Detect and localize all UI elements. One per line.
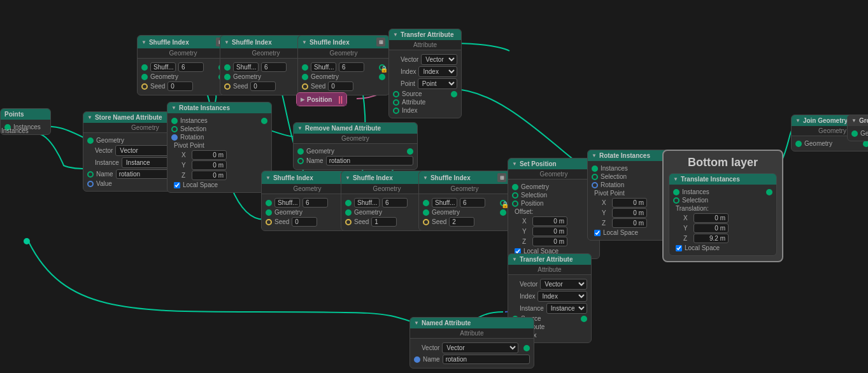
setpos-collapse[interactable]: ▼ bbox=[512, 161, 517, 167]
shuffle2-seed-label: Seed bbox=[233, 83, 248, 90]
translate-node: ▼ Translate Instances Instances Selectio… bbox=[669, 173, 777, 256]
tr-z-row: Z 9.2 m bbox=[683, 234, 772, 243]
rotate1-collapse[interactable]: ▼ bbox=[171, 105, 176, 111]
tr-translation-label-row: Translation: bbox=[673, 205, 772, 212]
join-collapse[interactable]: ▼ bbox=[795, 118, 800, 123]
t1-point-label: Point bbox=[393, 80, 415, 87]
tr-xyz: X 0 m Y 0 m Z 9.2 m bbox=[683, 213, 772, 243]
transfer2-collapse[interactable]: ▼ bbox=[512, 257, 517, 262]
store-value-label: Value bbox=[96, 180, 112, 187]
shuffle4-geo-in bbox=[266, 209, 272, 216]
store-collapse[interactable]: ▼ bbox=[87, 115, 92, 120]
r1-z-input[interactable]: 0 m bbox=[192, 171, 227, 180]
shuffle4-seed[interactable] bbox=[292, 217, 317, 227]
named-name-input[interactable]: rotation bbox=[443, 355, 530, 364]
shuffle3-num[interactable] bbox=[339, 62, 364, 72]
shuffle1-num[interactable] bbox=[178, 62, 204, 72]
named-collapse[interactable]: ▼ bbox=[414, 320, 419, 326]
shuffle1-sub: Geometry bbox=[138, 48, 229, 59]
sp-position-label: Position bbox=[521, 200, 544, 207]
remove-body: Geometry Name rotation bbox=[294, 144, 417, 169]
setpos-title: Set Position bbox=[520, 160, 595, 167]
rotate1-header: ▼ Rotate Instances bbox=[167, 102, 271, 113]
sp-x-label: X bbox=[522, 218, 530, 225]
t1-attr-label: Attribute bbox=[402, 99, 425, 106]
r1-rotation-row: Rotation bbox=[171, 134, 267, 141]
r2-x-input[interactable]: 0 m bbox=[612, 198, 647, 208]
shuffle4-header: ▼ Shuffle Index ⊞ bbox=[262, 171, 353, 184]
shuffle3-seed[interactable]: 0 bbox=[328, 81, 353, 91]
shuffle6-seed-label: Seed bbox=[432, 218, 446, 225]
shuffle3-node: ▼ Shuffle Index ⊞ Geometry Shuff... 🔒 Ge… bbox=[297, 35, 390, 95]
t1-index2-label: Index bbox=[402, 107, 417, 114]
shuffle1-body: Shuff... 🔒 Geometry Seed 0 bbox=[138, 59, 229, 95]
t2-vector-select[interactable]: Vector bbox=[540, 279, 587, 290]
r2-local-check[interactable] bbox=[594, 230, 601, 236]
sp-z-input[interactable] bbox=[532, 237, 567, 246]
shuffle6-node: ▼ Shuffle Index ⊞ Geometry Shuff... 🔒 Ge… bbox=[418, 171, 511, 231]
r1-local-check[interactable] bbox=[174, 182, 180, 188]
tr-y-input[interactable]: 0 m bbox=[694, 223, 729, 233]
shuffle6-seed[interactable]: 2 bbox=[449, 217, 474, 227]
shuffle6-geo-label: Geometry bbox=[432, 209, 460, 216]
shuffle5-collapse[interactable]: ▼ bbox=[345, 175, 350, 181]
r1-x-input[interactable]: 0 m bbox=[192, 150, 227, 160]
sp-y-label: Y bbox=[522, 228, 530, 235]
tr-z-input[interactable]: 9.2 m bbox=[694, 234, 729, 243]
r2-z-input[interactable]: 0 m bbox=[612, 218, 647, 228]
shuffle5-seed[interactable]: 1 bbox=[371, 217, 397, 227]
setpos-header: ▼ Set Position bbox=[508, 158, 599, 169]
remove-name-row: Name rotation bbox=[297, 156, 413, 165]
shuffle6-body: Shuff... 🔒 Geometry Seed 2 bbox=[419, 194, 510, 230]
position-node: ▶ Position || bbox=[296, 92, 347, 106]
shuffle3-lock: 🔒 bbox=[379, 64, 385, 71]
transfer1-collapse[interactable]: ▼ bbox=[393, 32, 398, 38]
remove-name-socket bbox=[297, 158, 304, 164]
shuffle6-seed-socket bbox=[423, 219, 429, 225]
transfer2-header: ▼ Transfer Attribute bbox=[508, 254, 591, 265]
shuffle2-num[interactable] bbox=[261, 62, 287, 72]
position-collapse[interactable]: ▶ bbox=[301, 97, 304, 102]
sp-geo-row: Geometry bbox=[512, 183, 595, 190]
sp-x-input[interactable] bbox=[532, 216, 567, 226]
t1-point-select[interactable]: Point bbox=[418, 78, 457, 89]
rotate2-collapse[interactable]: ▼ bbox=[592, 153, 597, 158]
t1-vector-select[interactable]: Vector bbox=[421, 54, 457, 65]
remove-header: ▼ Remove Named Attribute bbox=[294, 123, 417, 134]
shuffle2-seed[interactable]: 0 bbox=[250, 81, 276, 91]
tr-translation-label: Translation: bbox=[673, 205, 709, 212]
r2-y-input[interactable]: 0 m bbox=[612, 208, 647, 218]
shuffle5-num[interactable] bbox=[382, 198, 408, 208]
shuffle6-geo-row: Shuff... 🔒 bbox=[423, 198, 506, 208]
sp-xyz: X Y Z bbox=[522, 216, 595, 246]
shuffle3-seed-socket bbox=[302, 83, 308, 90]
r1-y-input[interactable]: 0 m bbox=[192, 160, 227, 170]
remove-name-input[interactable]: rotation bbox=[326, 156, 413, 165]
named-vector-out bbox=[523, 345, 530, 351]
shuffle2-geo2: Geometry bbox=[224, 73, 308, 80]
translate-collapse[interactable]: ▼ bbox=[673, 176, 678, 182]
shuffle1-seed[interactable]: 0 bbox=[167, 81, 193, 91]
tr-x-input[interactable]: 0 m bbox=[694, 213, 729, 223]
join-geo-out bbox=[863, 141, 868, 147]
named-vector-select[interactable]: Vector bbox=[442, 342, 518, 353]
t2-index-select[interactable]: Index bbox=[537, 291, 587, 302]
remove-collapse[interactable]: ▼ bbox=[297, 125, 302, 131]
group-collapse[interactable]: ▼ bbox=[851, 118, 857, 123]
shuffle4-num[interactable] bbox=[302, 198, 328, 208]
sp-y-input[interactable] bbox=[532, 227, 567, 236]
tr-instances-out bbox=[766, 189, 772, 195]
shuffle3-collapse[interactable]: ▼ bbox=[302, 39, 307, 45]
t1-index-select[interactable]: Index bbox=[418, 66, 457, 77]
shuffle3-geo-in bbox=[302, 74, 308, 80]
shuffle6-num[interactable] bbox=[460, 198, 485, 208]
shuffle2-collapse[interactable]: ▼ bbox=[224, 39, 229, 45]
shuffle1-collapse[interactable]: ▼ bbox=[141, 39, 146, 45]
tr-local-check[interactable] bbox=[676, 245, 682, 251]
sp-geo-label: Geometry bbox=[521, 183, 549, 190]
transfer2-attr-sub: Attribute bbox=[508, 265, 591, 275]
shuffle4-collapse[interactable]: ▼ bbox=[266, 175, 271, 181]
shuffle5-geo-in bbox=[345, 209, 352, 216]
shuffle6-collapse[interactable]: ▼ bbox=[423, 175, 428, 181]
t2-instance-select[interactable]: Instance bbox=[546, 303, 587, 314]
